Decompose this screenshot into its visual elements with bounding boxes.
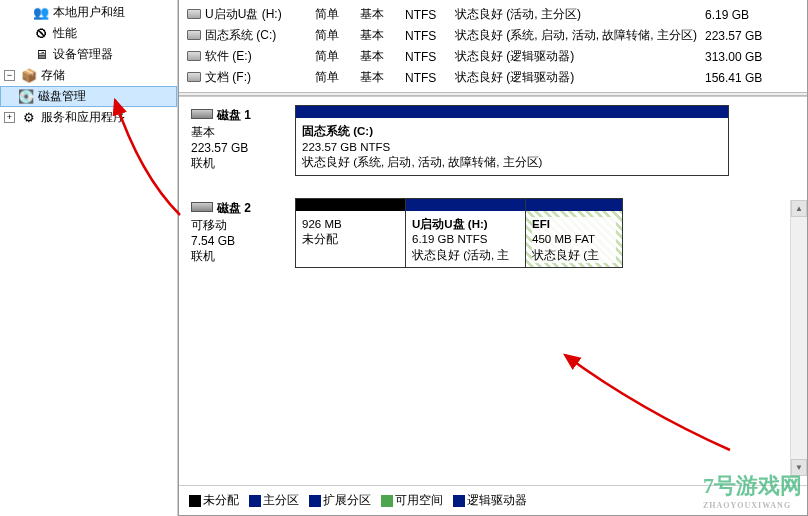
disk-kind: 基本 (191, 124, 283, 141)
volume-row[interactable]: 固态系统 (C:) 简单 基本 NTFS 状态良好 (系统, 启动, 活动, 故… (187, 25, 799, 46)
partition-bar (296, 199, 405, 211)
partition-bar (406, 199, 525, 211)
vol-capacity: 223.57 GB (705, 29, 775, 43)
watermark: 7号游戏网 ZHAOYOUXIWANG (703, 471, 802, 510)
main-panel: U启动U盘 (H:) 简单 基本 NTFS 状态良好 (活动, 主分区) 6.1… (178, 0, 808, 516)
vol-layout: 简单 (315, 69, 360, 86)
vol-name: 软件 (E:) (205, 48, 315, 65)
partition-size: 6.19 GB NTFS (412, 232, 519, 248)
disk-kind: 可移动 (191, 217, 283, 234)
device-icon: 🖥 (33, 47, 49, 63)
tree-item-storage[interactable]: 📦 存储 (0, 65, 177, 86)
disk-info[interactable]: 磁盘 2 可移动 7.54 GB 联机 (187, 198, 287, 269)
disk-mgmt-icon: 💽 (18, 89, 34, 105)
disk-title: 磁盘 2 (191, 200, 283, 217)
vol-layout: 简单 (315, 27, 360, 44)
vol-layout: 简单 (315, 48, 360, 65)
vol-type: 基本 (360, 69, 405, 86)
vol-name: 文档 (F:) (205, 69, 315, 86)
swatch-unalloc-icon (189, 495, 201, 507)
vol-fs: NTFS (405, 8, 455, 22)
volume-list: U启动U盘 (H:) 简单 基本 NTFS 状态良好 (活动, 主分区) 6.1… (179, 0, 807, 92)
vol-status: 状态良好 (系统, 启动, 活动, 故障转储, 主分区) (455, 27, 705, 44)
partition-name: U启动U盘 (H:) (412, 217, 519, 233)
disk-icon (191, 202, 213, 212)
scrollbar[interactable]: ▲ ▼ (790, 200, 807, 476)
partition-status: 状态良好 (主 (532, 248, 616, 264)
volume-row[interactable]: U启动U盘 (H:) 简单 基本 NTFS 状态良好 (活动, 主分区) 6.1… (187, 4, 799, 25)
partition-size: 926 MB (302, 217, 399, 233)
tree-item-performance[interactable]: 🛇 性能 (0, 23, 177, 44)
partition-name: EFI (532, 217, 616, 233)
tree-item-services[interactable]: ⚙ 服务和应用程序 (0, 107, 177, 128)
partition-status: 状态良好 (活动, 主 (412, 248, 519, 264)
swatch-primary-icon (249, 495, 261, 507)
sidebar-tree: 👥 本地用户和组 🛇 性能 🖥 设备管理器 📦 存储 💽 磁盘管理 ⚙ 服务和应… (0, 0, 178, 516)
vol-capacity: 6.19 GB (705, 8, 775, 22)
partition-map: 固态系统 (C:) 223.57 GB NTFS 状态良好 (系统, 启动, 活… (295, 105, 729, 176)
vol-fs: NTFS (405, 71, 455, 85)
partition[interactable]: U启动U盘 (H:) 6.19 GB NTFS 状态良好 (活动, 主 (406, 199, 526, 268)
drive-icon (187, 50, 205, 64)
partition-size: 223.57 GB NTFS (302, 140, 722, 156)
drive-icon (187, 29, 205, 43)
volume-row[interactable]: 软件 (E:) 简单 基本 NTFS 状态良好 (逻辑驱动器) 313.00 G… (187, 46, 799, 67)
partition[interactable]: 926 MB 未分配 (296, 199, 406, 268)
swatch-extended-icon (309, 495, 321, 507)
partition-map: 926 MB 未分配 U启动U盘 (H:) 6.19 GB NTFS 状态良好 … (295, 198, 623, 269)
vol-name: 固态系统 (C:) (205, 27, 315, 44)
partition[interactable]: 固态系统 (C:) 223.57 GB NTFS 状态良好 (系统, 启动, 活… (296, 106, 728, 175)
disk-state: 联机 (191, 155, 283, 172)
disk-info[interactable]: 磁盘 1 基本 223.57 GB 联机 (187, 105, 287, 176)
perf-icon: 🛇 (33, 26, 49, 42)
vol-capacity: 313.00 GB (705, 50, 775, 64)
disk-map-panel: 磁盘 1 基本 223.57 GB 联机 固态系统 (C:) 223.57 GB… (179, 96, 807, 485)
tree-item-disk-management[interactable]: 💽 磁盘管理 (0, 86, 177, 107)
disk-row: 磁盘 1 基本 223.57 GB 联机 固态系统 (C:) 223.57 GB… (187, 105, 799, 176)
partition-size: 450 MB FAT (532, 232, 616, 248)
swatch-free-icon (381, 495, 393, 507)
partition-status: 状态良好 (系统, 启动, 活动, 故障转储, 主分区) (302, 155, 722, 171)
drive-icon (187, 8, 205, 22)
tree-item-device-manager[interactable]: 🖥 设备管理器 (0, 44, 177, 65)
vol-type: 基本 (360, 27, 405, 44)
partition-status: 未分配 (302, 232, 399, 248)
partition[interactable]: EFI 450 MB FAT 状态良好 (主 (526, 199, 622, 268)
vol-capacity: 156.41 GB (705, 71, 775, 85)
vol-type: 基本 (360, 6, 405, 23)
vol-name: U启动U盘 (H:) (205, 6, 315, 23)
vol-fs: NTFS (405, 29, 455, 43)
tree-item-users[interactable]: 👥 本地用户和组 (0, 2, 177, 23)
vol-type: 基本 (360, 48, 405, 65)
disk-state: 联机 (191, 248, 283, 265)
vol-layout: 简单 (315, 6, 360, 23)
disk-title: 磁盘 1 (191, 107, 283, 124)
storage-icon: 📦 (21, 68, 37, 84)
disk-capacity: 223.57 GB (191, 141, 283, 155)
users-icon: 👥 (33, 5, 49, 21)
disk-icon (191, 109, 213, 119)
volume-row[interactable]: 文档 (F:) 简单 基本 NTFS 状态良好 (逻辑驱动器) 156.41 G… (187, 67, 799, 88)
services-icon: ⚙ (21, 110, 37, 126)
vol-status: 状态良好 (逻辑驱动器) (455, 48, 705, 65)
scroll-up-icon[interactable]: ▲ (791, 200, 807, 217)
partition-bar (296, 106, 728, 118)
vol-status: 状态良好 (逻辑驱动器) (455, 69, 705, 86)
disk-row: 磁盘 2 可移动 7.54 GB 联机 926 MB 未分配 U启动U盘 (H:… (187, 198, 799, 269)
drive-icon (187, 71, 205, 85)
vol-fs: NTFS (405, 50, 455, 64)
disk-capacity: 7.54 GB (191, 234, 283, 248)
partition-name: 固态系统 (C:) (302, 124, 722, 140)
swatch-logical-icon (453, 495, 465, 507)
vol-status: 状态良好 (活动, 主分区) (455, 6, 705, 23)
partition-bar (526, 199, 622, 211)
